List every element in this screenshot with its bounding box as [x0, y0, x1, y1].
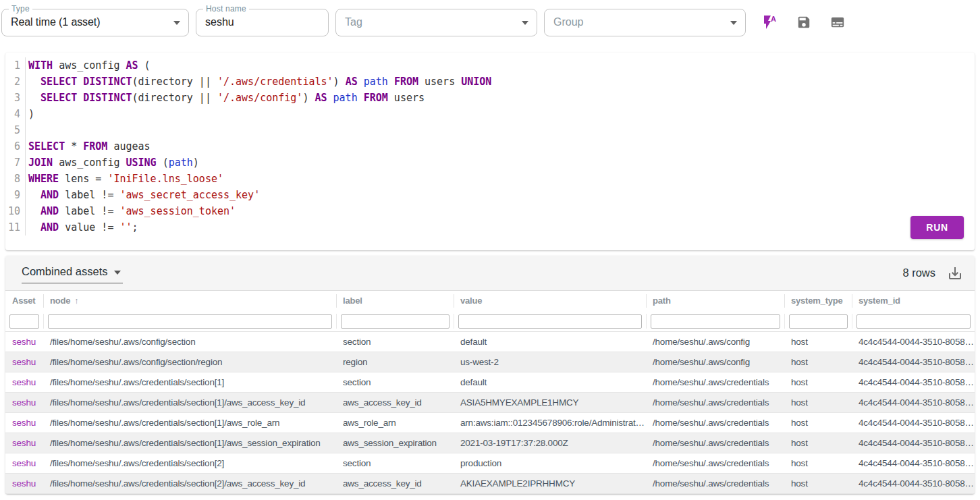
table-row: seshu/files/home/seshu/.aws/credentials/… [5, 393, 975, 413]
filter-input-value[interactable] [458, 314, 642, 329]
column-header-asset[interactable]: Asset [5, 294, 44, 308]
column-header-system_id[interactable]: system_id [852, 294, 975, 308]
asset-link[interactable]: seshu [12, 458, 36, 468]
cell-system_type: host [785, 357, 852, 367]
cell-system_id: 4c4c4544-0044-3510-8058-c6… [852, 438, 975, 448]
sql-code[interactable]: WITH aws_config AS ( SELECT DISTINCT(dir… [26, 57, 491, 235]
chevron-down-icon [730, 21, 737, 25]
sql-editor[interactable]: 1234567891011 WITH aws_config AS ( SELEC… [5, 53, 975, 235]
tag-select-placeholder: Tag [336, 16, 362, 28]
code-line: WHERE lens = 'IniFile.lns_loose' [28, 171, 491, 187]
chevron-down-icon [522, 21, 528, 25]
cell-path: /home/seshu/.aws/credentials [647, 418, 785, 428]
cell-path: /home/seshu/.aws/credentials [647, 438, 785, 448]
svg-text:A: A [771, 15, 776, 23]
cell-asset: seshu [5, 337, 44, 347]
filter-input-system_id[interactable] [856, 314, 971, 329]
cell-label: section [337, 377, 454, 387]
column-header-path[interactable]: path [647, 294, 785, 308]
column-header-system_type[interactable]: system_type [785, 294, 852, 308]
filter-cell [852, 314, 975, 329]
column-header-label[interactable]: label [337, 294, 454, 308]
cell-value: default [454, 337, 647, 347]
sql-editor-card: 1234567891011 WITH aws_config AS ( SELEC… [5, 53, 975, 250]
type-select-label: Type [9, 4, 32, 13]
filter-cell [647, 314, 785, 329]
cell-path: /home/seshu/.aws/credentials [647, 377, 785, 387]
code-line: SELECT DISTINCT(directory || '/.aws/conf… [28, 90, 491, 106]
asset-link[interactable]: seshu [12, 377, 36, 387]
cell-system_type: host [785, 478, 852, 489]
flash-auto-icon[interactable]: A [762, 14, 778, 30]
cell-value: 2021-03-19T17:37:28.000Z [454, 438, 647, 448]
cell-asset: seshu [5, 377, 44, 387]
column-header-node[interactable]: node↑ [44, 294, 337, 308]
cell-node: /files/home/seshu/.aws/credentials/secti… [44, 458, 337, 468]
asset-link[interactable]: seshu [12, 418, 36, 428]
cell-asset: seshu [5, 478, 44, 489]
type-select-value: Real time (1 asset) [2, 16, 100, 28]
filter-input-node[interactable] [48, 314, 332, 329]
table-header-row: Assetnode↑labelvaluepathsystem_typesyste… [5, 291, 975, 311]
cell-node: /files/home/seshu/.aws/credentials/secti… [44, 397, 337, 408]
table-row: seshu/files/home/seshu/.aws/config/secti… [5, 332, 975, 352]
host-name-input[interactable] [205, 16, 313, 28]
line-number-gutter: 1234567891011 [5, 57, 26, 235]
cell-value: production [454, 458, 647, 468]
table-row: seshu/files/home/seshu/.aws/credentials/… [5, 433, 975, 453]
cell-system_id: 4c4c4544-0044-3510-8058-c6… [852, 418, 975, 428]
filter-input-path[interactable] [651, 314, 780, 329]
chevron-down-icon [114, 271, 121, 275]
save-icon[interactable] [796, 14, 812, 30]
code-line [28, 122, 491, 138]
asset-link[interactable]: seshu [12, 337, 36, 347]
download-icon[interactable] [946, 265, 964, 282]
group-select[interactable]: Group [544, 9, 746, 36]
filter-cell [454, 314, 647, 329]
tag-select[interactable]: Tag [335, 9, 537, 36]
code-line: SELECT DISTINCT(directory || '/.aws/cred… [28, 74, 491, 90]
filter-input-label[interactable] [341, 314, 450, 329]
code-line: AND value != ''; [28, 219, 491, 235]
asset-link[interactable]: seshu [12, 438, 36, 448]
code-line: JOIN aws_config USING (path) [28, 155, 491, 171]
filter-input-asset[interactable] [9, 314, 39, 329]
subtitles-icon[interactable] [829, 14, 846, 30]
cell-path: /home/seshu/.aws/credentials [647, 478, 785, 489]
cell-system_id: 4c4c4544-0044-3510-8058-c6… [852, 397, 975, 408]
cell-system_type: host [785, 438, 852, 448]
table-row: seshu/files/home/seshu/.aws/credentials/… [5, 413, 975, 433]
code-line: SELECT * FROM augeas [28, 138, 491, 155]
row-count: 8 rows [902, 267, 935, 279]
sort-ascending-icon: ↑ [74, 296, 78, 306]
results-card: Combined assets 8 rows Assetnode↑labelva… [5, 256, 975, 494]
filter-cell [5, 314, 44, 329]
cell-node: /files/home/seshu/.aws/credentials/secti… [44, 478, 337, 489]
code-line: WITH aws_config AS ( [28, 57, 491, 74]
column-header-value[interactable]: value [454, 294, 647, 308]
asset-source-select-value: Combined assets [22, 265, 107, 278]
cell-system_id: 4c4c4544-0044-3510-8058-c6… [852, 458, 975, 468]
cell-system_id: 4c4c4544-0044-3510-8058-c6… [852, 357, 975, 367]
table-row: seshu/files/home/seshu/.aws/credentials/… [5, 453, 975, 474]
cell-label: region [337, 357, 454, 367]
chevron-down-icon [173, 21, 180, 25]
asset-link[interactable]: seshu [12, 397, 36, 408]
cell-path: /home/seshu/.aws/credentials [647, 458, 785, 468]
host-name-field[interactable]: Host name [196, 9, 329, 36]
asset-link[interactable]: seshu [12, 478, 36, 489]
cell-label: aws_role_arn [337, 418, 454, 428]
code-line: AND label != 'aws_secret_access_key' [28, 187, 491, 203]
asset-source-select[interactable]: Combined assets [22, 262, 123, 283]
run-button[interactable]: RUN [910, 216, 964, 239]
group-select-placeholder: Group [545, 16, 583, 28]
cell-asset: seshu [5, 357, 44, 367]
cell-node: /files/home/seshu/.aws/credentials/secti… [44, 377, 337, 387]
type-select[interactable]: Type Real time (1 asset) [1, 9, 189, 36]
filter-input-system_type[interactable] [789, 314, 848, 329]
filter-cell [44, 314, 337, 329]
cell-asset: seshu [5, 418, 44, 428]
asset-link[interactable]: seshu [12, 357, 36, 367]
cell-value: default [454, 377, 647, 387]
cell-label: aws_session_expiration [337, 438, 454, 448]
